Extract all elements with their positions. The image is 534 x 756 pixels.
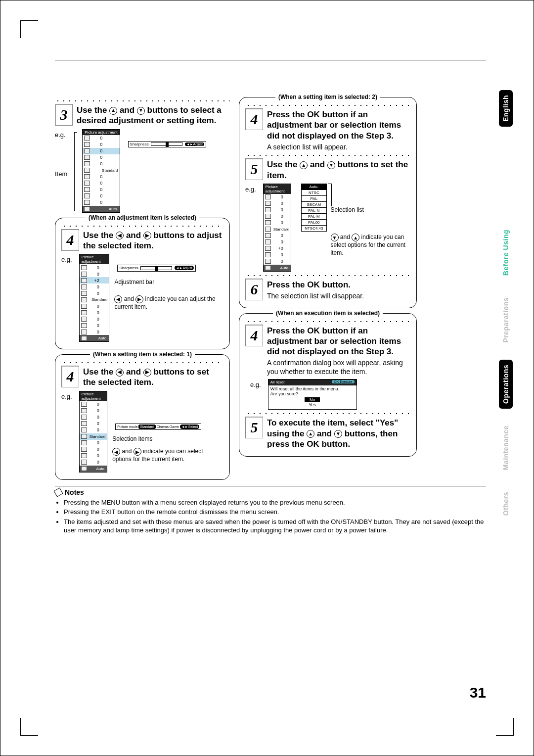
section-tabs: English Before Using Preparations Operat… bbox=[491, 90, 521, 696]
step-5b: 5 To execute the item, select "Yes" usin… bbox=[245, 417, 410, 449]
example-figure: e.g. Item Picture adjustment 00000Standa… bbox=[55, 129, 230, 213]
step-number: 4 bbox=[245, 325, 263, 346]
row-icon bbox=[265, 233, 271, 238]
osd-title: Picture adjustment bbox=[83, 130, 119, 135]
text: and bbox=[124, 295, 135, 302]
text: and bbox=[340, 234, 352, 241]
osd-row: Standard bbox=[264, 226, 291, 233]
osd-row: 0 bbox=[83, 135, 119, 142]
step-text: To execute the item, select "Yes" using … bbox=[267, 417, 410, 449]
step-divider bbox=[55, 99, 230, 103]
osd-row: Standard bbox=[83, 167, 119, 174]
row-value: 0 bbox=[89, 421, 99, 426]
row-icon bbox=[81, 297, 87, 302]
down-button-icon: ▼ bbox=[334, 430, 342, 438]
osd-row: 0 bbox=[80, 408, 107, 414]
row-icon bbox=[84, 161, 90, 166]
row-icon bbox=[81, 415, 87, 420]
text: All reset bbox=[270, 380, 285, 384]
row-value: 0 bbox=[273, 233, 283, 238]
left-button-icon: ◀ bbox=[112, 448, 120, 456]
adj-label: Sharpness bbox=[130, 142, 149, 146]
step-number: 4 bbox=[245, 108, 263, 130]
row-icon bbox=[81, 421, 87, 426]
eg-label: e.g. bbox=[61, 393, 72, 400]
osd-row: 0 bbox=[80, 446, 107, 453]
left-button-icon: ◀ bbox=[116, 369, 124, 377]
osd-row: 0 bbox=[80, 264, 109, 271]
step-number: 4 bbox=[61, 366, 79, 387]
selection-option: NTSC bbox=[302, 190, 326, 196]
step-divider bbox=[245, 153, 410, 157]
osd-row: 0 bbox=[80, 421, 107, 427]
row-icon bbox=[81, 427, 87, 432]
row-value: 0 bbox=[92, 187, 102, 192]
box-title: (When a setting item is selected: 2) bbox=[275, 94, 380, 100]
row-value: 0 bbox=[89, 284, 99, 289]
selection-list: Auto.NTSCPALSECAMPAL-NPAL-MPAL60NTSC4.43 bbox=[301, 184, 326, 232]
step-4b: 4 Use the ◀ and ▶ buttons to set the sel… bbox=[61, 366, 223, 388]
osd-row: 0 bbox=[80, 329, 109, 335]
row-icon bbox=[81, 460, 87, 465]
selection-option: PAL-N bbox=[302, 208, 326, 214]
row-icon bbox=[81, 291, 87, 296]
row-icon bbox=[81, 323, 87, 328]
osd-row: 0 bbox=[80, 271, 109, 277]
down-button-icon: ▼ bbox=[327, 161, 335, 169]
row-value: 0 bbox=[89, 265, 99, 270]
mode-opt: Standard bbox=[138, 425, 155, 429]
text: Use the bbox=[83, 367, 116, 377]
step-4d: 4 Press the OK button if an adjustment b… bbox=[245, 325, 410, 377]
right-button-icon: ▶ bbox=[143, 232, 151, 239]
osd-row: 0 bbox=[80, 401, 107, 408]
row-text: Auto. bbox=[109, 207, 118, 211]
osd-row: Auto. bbox=[80, 335, 109, 341]
text: Press the OK button if an adjustment bar… bbox=[267, 110, 401, 141]
osd-row: 0 bbox=[80, 284, 109, 290]
row-value: 0 bbox=[92, 155, 102, 160]
content-frame: English Before Using Preparations Operat… bbox=[55, 60, 486, 696]
osd-row: 0 bbox=[264, 207, 291, 213]
row-icon bbox=[81, 466, 87, 471]
row-value: 0 bbox=[89, 272, 99, 277]
row-text: Auto. bbox=[98, 336, 108, 340]
down-button-icon: ▼ bbox=[137, 107, 145, 115]
step-number: 5 bbox=[245, 158, 263, 180]
osd-menu: Picture adjustment 00000Standard00000Aut… bbox=[82, 129, 120, 213]
step-divider bbox=[245, 103, 410, 107]
osd-row: 0 bbox=[80, 427, 107, 433]
row-value: 0 bbox=[89, 323, 99, 328]
row-icon bbox=[81, 317, 87, 322]
row-icon bbox=[265, 259, 271, 264]
row-icon bbox=[81, 440, 87, 445]
row-text: Standard bbox=[91, 297, 107, 302]
text: and bbox=[126, 367, 143, 377]
slider-icon bbox=[151, 142, 182, 146]
row-icon bbox=[81, 265, 87, 270]
row-icon bbox=[84, 193, 90, 198]
selection-option: PAL60 bbox=[302, 220, 326, 226]
slider-icon bbox=[140, 266, 172, 270]
up-button-icon: ▲ bbox=[352, 234, 359, 241]
box-title: (When an adjustment item is selected) bbox=[86, 214, 199, 221]
osd-row: 0 bbox=[83, 154, 119, 161]
example-figure: e.g. Picture adjustment 00+200Standard00… bbox=[61, 254, 223, 342]
row-value: +0 bbox=[273, 246, 283, 251]
eg-label: e.g. bbox=[250, 381, 261, 388]
osd-row: 0 bbox=[83, 148, 119, 154]
step-4a: 4 Use the ◀ and ▶ buttons to adjust the … bbox=[61, 229, 223, 251]
tab-before-using: Before Using bbox=[499, 225, 513, 281]
eg-label: e.g. bbox=[61, 256, 72, 263]
row-value: 0 bbox=[89, 460, 99, 465]
osd-row: 0 bbox=[264, 220, 291, 226]
adjustment-item-box: (When an adjustment item is selected) 4 … bbox=[55, 218, 230, 350]
row-icon bbox=[81, 447, 87, 452]
osd-title: Picture adjustment bbox=[80, 254, 109, 264]
right-button-icon: ▶ bbox=[143, 369, 151, 377]
row-icon bbox=[84, 155, 90, 160]
selection-option: NTSC4.43 bbox=[302, 226, 326, 231]
row-text: Auto. bbox=[280, 266, 289, 270]
selection-option: Auto. bbox=[302, 184, 326, 190]
row-icon bbox=[81, 330, 87, 334]
page-number: 31 bbox=[470, 684, 486, 701]
